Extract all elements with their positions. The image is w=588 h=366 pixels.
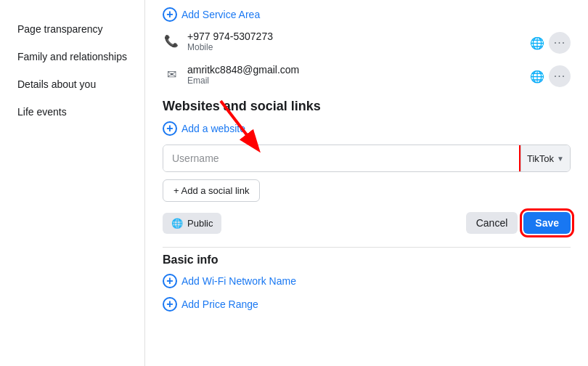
public-button[interactable]: 🌐 Public	[163, 213, 221, 234]
phone-content: +977 974-5307273 Mobile	[187, 30, 523, 52]
email-actions: 🌐 ···	[530, 65, 571, 87]
email-ellipsis-button[interactable]: ···	[549, 65, 571, 87]
sidebar-item-page-transparency[interactable]: Page transparency	[6, 16, 139, 42]
email-label: Email	[187, 76, 523, 86]
phone-actions: 🌐 ···	[530, 32, 571, 54]
section-divider	[163, 247, 571, 248]
add-service-area-icon: +	[163, 7, 177, 22]
add-wifi-row[interactable]: + Add Wi-Fi Network Name	[163, 274, 571, 288]
add-price-icon: +	[163, 297, 177, 312]
save-cancel-buttons: Cancel Save	[466, 212, 571, 234]
phone-label: Mobile	[187, 42, 523, 52]
add-wifi-icon: +	[163, 274, 177, 288]
basic-info-heading: Basic info	[163, 253, 571, 267]
chevron-down-icon: ▼	[557, 155, 564, 163]
email-content: amritkc8848@gmail.com Email	[187, 64, 523, 86]
public-label: Public	[187, 218, 213, 229]
add-social-link-button[interactable]: + Add a social link	[163, 179, 260, 202]
websites-heading: Websites and social links	[163, 99, 571, 114]
add-service-area-label: Add Service Area	[181, 9, 260, 20]
add-service-area-row[interactable]: + Add Service Area	[163, 7, 571, 22]
username-input-row: TikTok ▼	[163, 145, 571, 172]
sidebar: Page transparency Family and relationshi…	[0, 0, 145, 366]
email-row: ✉ amritkc8848@gmail.com Email 🌐 ···	[163, 64, 571, 87]
add-wifi-label: Add Wi-Fi Network Name	[181, 275, 296, 287]
phone-globe-icon[interactable]: 🌐	[530, 36, 544, 50]
email-globe-icon[interactable]: 🌐	[530, 70, 544, 84]
save-button[interactable]: Save	[523, 212, 571, 234]
phone-value: +977 974-5307273	[187, 30, 523, 42]
add-price-label: Add Price Range	[181, 298, 258, 310]
sidebar-item-family-relationships[interactable]: Family and relationships	[6, 44, 139, 70]
email-value: amritkc8848@gmail.com	[187, 64, 523, 76]
sidebar-item-details-about-you[interactable]: Details about you	[6, 71, 139, 97]
add-social-link-label: + Add a social link	[173, 185, 249, 196]
add-website-icon: +	[163, 121, 177, 136]
phone-row: 📞 +977 974-5307273 Mobile 🌐 ···	[163, 30, 571, 54]
action-row: 🌐 Public Cancel Save	[163, 212, 571, 234]
add-website-row[interactable]: + Add a website	[163, 121, 571, 136]
main-content: + Add Service Area 📞 +977 974-5307273 Mo…	[145, 0, 588, 366]
tiktok-label: TikTok	[527, 153, 554, 164]
globe-icon: 🌐	[171, 218, 183, 229]
email-icon: ✉	[163, 65, 180, 83]
tiktok-platform-dropdown[interactable]: TikTok ▼	[520, 145, 570, 171]
add-website-label: Add a website	[181, 123, 245, 134]
username-input[interactable]	[163, 145, 520, 171]
sidebar-item-life-events[interactable]: Life events	[6, 99, 139, 125]
phone-icon: 📞	[163, 32, 180, 49]
username-section: TikTok ▼	[163, 145, 571, 172]
phone-ellipsis-button[interactable]: ···	[549, 32, 571, 54]
add-price-row[interactable]: + Add Price Range	[163, 297, 571, 312]
cancel-button[interactable]: Cancel	[466, 212, 518, 234]
